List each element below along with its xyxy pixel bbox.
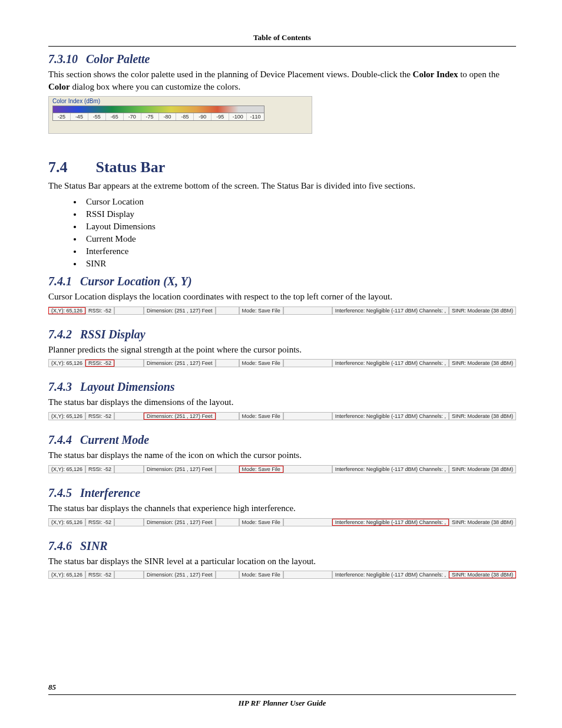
statusbar-mode: Mode: Save File: [239, 519, 283, 526]
statusbar-dim: Dimension: (251 , 127) Feet: [144, 466, 216, 473]
statusbar-intf: Interference: Negligible (-117 dBM) Chan…: [332, 307, 449, 314]
statusbar-mode: Mode: Save File: [239, 307, 283, 314]
list-item: Current Mode: [82, 233, 516, 245]
heading-title: Status Bar: [96, 159, 166, 176]
statusbar-intf: Interference: Negligible (-117 dBM) Chan…: [332, 360, 449, 367]
list-item: Interference: [82, 245, 516, 258]
footer: 85 HP RF Planner User Guide: [48, 683, 516, 708]
heading-number: 7.4.6: [48, 539, 72, 553]
heading-7-4-3: 7.4.3 Layout Dimensions: [48, 380, 516, 394]
paragraph: The status bar displays the name of the …: [48, 449, 516, 462]
palette-gradient: [52, 106, 265, 113]
heading-number: 7.4: [48, 159, 68, 176]
paragraph: The status bar displays the channels tha…: [48, 502, 516, 515]
heading-number: 7.3.10: [48, 52, 78, 66]
paragraph: This section shows the color palette use…: [48, 68, 516, 93]
statusbar-rssi: RSSI: -52: [85, 307, 114, 314]
statusbar-sinr: SINR: Moderate (38 dBM): [449, 466, 516, 473]
statusbar-rssi: RSSI: -52: [85, 519, 114, 526]
paragraph: The status bar displays the SINR level a…: [48, 555, 516, 568]
statusbar-dim: Dimension: (251 , 127) Feet: [144, 360, 216, 367]
heading-7-3-10: 7.3.10 Color Palette: [48, 52, 516, 66]
statusbar-mode: Mode: Save File: [239, 413, 283, 420]
header-rule: [48, 46, 516, 47]
list-item: Cursor Location: [82, 196, 516, 208]
statusbar-intf: Interference: Negligible (-117 dBM) Chan…: [332, 466, 449, 473]
statusbar-sinr: SINR: Moderate (38 dBM): [449, 360, 516, 367]
heading-title: RSSI Display: [80, 328, 146, 341]
paragraph: Cursor Location displays the location co…: [48, 291, 516, 303]
statusbar-rssi: RSSI: -52: [85, 571, 114, 578]
heading-7-4-5: 7.4.5 Interference: [48, 486, 516, 500]
statusbar-dim: Dimension: (251 , 127) Feet: [144, 413, 216, 420]
statusbar-intf: Interference: Negligible (-117 dBM) Chan…: [332, 413, 449, 420]
statusbar-xy: (X,Y): 65,126: [48, 307, 85, 314]
heading-title: SINR: [80, 539, 108, 553]
paragraph: The Status Bar appears at the extreme bo…: [48, 180, 516, 192]
statusbar-intf: Interference: Negligible (-117 dBM) Chan…: [332, 571, 449, 578]
statusbar-sinr: SINR: Moderate (38 dBM): [449, 519, 516, 526]
heading-title: Layout Dimensions: [80, 380, 175, 394]
statusbar-dim: Dimension: (251 , 127) Feet: [144, 307, 216, 314]
heading-7-4-1: 7.4.1 Cursor Location (X, Y): [48, 275, 516, 288]
heading-7-4-6: 7.4.6 SINR: [48, 539, 516, 553]
statusbar-xy: (X,Y): 65,126: [48, 519, 85, 526]
statusbar-figure-sinr: (X,Y): 65,126 RSSI: -52 Dimension: (251 …: [48, 571, 516, 579]
statusbar-figure-dim: (X,Y): 65,126 RSSI: -52 Dimension: (251 …: [48, 412, 516, 420]
heading-7-4: 7.4 Status Bar: [48, 159, 516, 176]
heading-title: Cursor Location (X, Y): [80, 275, 192, 288]
statusbar-mode: Mode: Save File: [239, 466, 283, 473]
heading-7-4-4: 7.4.4 Current Mode: [48, 433, 516, 447]
paragraph: Planner predicts the signal strength at …: [48, 344, 516, 356]
statusbar-mode: Mode: Save File: [239, 571, 283, 578]
heading-title: Current Mode: [80, 433, 149, 447]
paragraph: The status bar displays the dimensions o…: [48, 396, 516, 409]
heading-number: 7.4.2: [48, 328, 72, 341]
list-item: RSSI Display: [82, 208, 516, 220]
statusbar-rssi: RSSI: -52: [85, 466, 114, 473]
statusbar-figure-xy: (X,Y): 65,126 RSSI: -52 Dimension: (251 …: [48, 307, 516, 315]
statusbar-rssi: RSSI: -52: [85, 360, 114, 367]
statusbar-xy: (X,Y): 65,126: [48, 413, 85, 420]
page-number: 85: [48, 683, 516, 692]
heading-title: Interference: [80, 486, 140, 500]
list-item: SINR: [82, 258, 516, 270]
statusbar-rssi: RSSI: -52: [85, 413, 114, 420]
color-palette-figure: Color Index (dBm) -25 -45 -55 -65 -70 -7…: [48, 96, 312, 134]
statusbar-figure-intf: (X,Y): 65,126 RSSI: -52 Dimension: (251 …: [48, 518, 516, 526]
statusbar-xy: (X,Y): 65,126: [48, 466, 85, 473]
statusbar-xy: (X,Y): 65,126: [48, 571, 85, 578]
statusbar-mode: Mode: Save File: [239, 360, 283, 367]
heading-title: Color Palette: [86, 52, 150, 66]
statusbar-sinr: SINR: Moderate (38 dBM): [449, 413, 516, 420]
statusbar-dim: Dimension: (251 , 127) Feet: [144, 519, 216, 526]
statusbar-intf: Interference: Negligible (-117 dBM) Chan…: [332, 519, 449, 526]
footer-guide: HP RF Planner User Guide: [48, 699, 516, 708]
heading-number: 7.4.4: [48, 433, 72, 447]
bullet-list: Cursor Location RSSI Display Layout Dime…: [48, 196, 516, 270]
palette-ticks: -25 -45 -55 -65 -70 -75 -80 -85 -90 -95 …: [52, 113, 265, 121]
statusbar-figure-rssi: (X,Y): 65,126 RSSI: -52 Dimension: (251 …: [48, 359, 516, 367]
palette-caption: Color Index (dBm): [52, 98, 100, 104]
statusbar-figure-mode: (X,Y): 65,126 RSSI: -52 Dimension: (251 …: [48, 465, 516, 473]
list-item: Layout Dimensions: [82, 220, 516, 233]
footer-rule: [48, 694, 516, 695]
statusbar-sinr: SINR: Moderate (38 dBM): [449, 571, 516, 578]
statusbar-xy: (X,Y): 65,126: [48, 360, 85, 367]
heading-number: 7.4.3: [48, 380, 72, 394]
heading-number: 7.4.5: [48, 486, 72, 500]
statusbar-sinr: SINR: Moderate (38 dBM): [449, 307, 516, 314]
statusbar-dim: Dimension: (251 , 127) Feet: [144, 571, 216, 578]
toc-header: Table of Contents: [48, 33, 516, 42]
heading-7-4-2: 7.4.2 RSSI Display: [48, 328, 516, 341]
heading-number: 7.4.1: [48, 275, 72, 288]
